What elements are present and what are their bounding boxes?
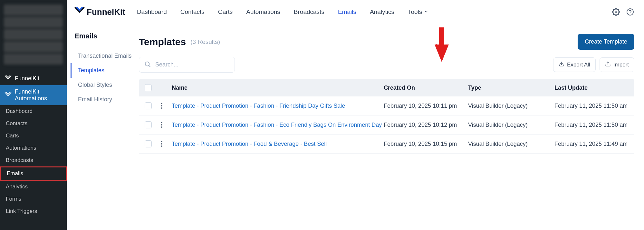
import-label: Import: [613, 62, 629, 68]
kebab-icon[interactable]: [159, 122, 164, 128]
content: Templates (3 Results) Create Template: [139, 24, 644, 230]
side-nav-transactional-emails[interactable]: Transactional Emails: [71, 49, 136, 63]
created-cell: February 10, 2025 10:15 pm: [384, 141, 468, 147]
table-row: Template - Product Promotion - Food & Be…: [139, 135, 634, 154]
wp-menu-funnelkit-automations[interactable]: FunnelKit Automations: [0, 85, 67, 105]
table-row: Template - Product Promotion - Fashion -…: [139, 96, 634, 115]
brand-logo[interactable]: FunnelKit: [74, 6, 125, 18]
page-title: Templates: [139, 36, 186, 47]
wp-blur-item: [4, 29, 63, 40]
brand-icon: [74, 6, 85, 18]
wp-blur-section: [0, 0, 67, 69]
nav-broadcasts[interactable]: Broadcasts: [294, 8, 324, 15]
wp-blur-item: [4, 54, 63, 65]
export-label: Export All: [567, 62, 590, 68]
side-nav: Emails Transactional Emails Templates Gl…: [67, 24, 139, 230]
wp-menu-label: FunnelKit: [15, 75, 39, 82]
search-wrap: [139, 57, 235, 73]
th-type: Type: [468, 85, 554, 91]
created-cell: February 10, 2025 10:12 pm: [384, 122, 468, 128]
side-nav-global-styles[interactable]: Global Styles: [71, 78, 136, 92]
nav-carts[interactable]: Carts: [218, 8, 233, 15]
svg-line-5: [149, 65, 150, 67]
nav-items: Dashboard Contacts Carts Automations Bro…: [137, 8, 428, 15]
wp-submenu-analytics[interactable]: Analytics: [0, 181, 67, 193]
template-name-link[interactable]: Template - Product Promotion - Fashion -…: [170, 103, 384, 109]
th-name: Name: [170, 85, 384, 91]
template-name-link[interactable]: Template - Product Promotion - Food & Be…: [170, 141, 384, 147]
nav-automations[interactable]: Automations: [246, 8, 280, 15]
th-updated: Last Update: [554, 85, 629, 91]
wp-section: FunnelKit FunnelKit Automations Dashboar…: [0, 69, 67, 217]
select-all-checkbox[interactable]: [145, 84, 152, 91]
svg-point-1: [627, 9, 633, 15]
brand-text: FunnelKit: [87, 7, 125, 17]
wp-blur-item: [4, 5, 63, 15]
wp-submenu-automations[interactable]: Automations: [0, 142, 67, 154]
search-icon: [144, 61, 151, 69]
chevron-down-icon: [424, 8, 428, 15]
row-checkbox[interactable]: [145, 102, 152, 109]
updated-cell: February 11, 2025 11:49 am: [554, 141, 629, 147]
th-created: Created On: [384, 85, 468, 91]
type-cell: Visual Builder (Legacy): [468, 141, 554, 147]
content-header: Templates (3 Results) Create Template: [139, 34, 634, 50]
wp-menu-label: FunnelKit Automations: [15, 88, 62, 102]
template-name-link[interactable]: Template - Product Promotion - Fashion -…: [170, 122, 384, 128]
row-checkbox[interactable]: [145, 121, 152, 128]
nav-tools[interactable]: Tools: [408, 8, 428, 15]
side-nav-title: Emails: [74, 32, 136, 40]
table-header: Name Created On Type Last Update: [139, 79, 634, 96]
app-area: FunnelKit Dashboard Contacts Carts Autom…: [67, 0, 644, 230]
type-cell: Visual Builder (Legacy): [468, 122, 554, 128]
svg-point-0: [615, 11, 617, 13]
search-input[interactable]: [139, 57, 235, 73]
side-nav-templates[interactable]: Templates: [71, 63, 136, 78]
updated-cell: February 11, 2025 11:50 am: [554, 122, 629, 128]
wp-submenu-forms[interactable]: Forms: [0, 193, 67, 205]
side-nav-email-history[interactable]: Email History: [71, 92, 136, 107]
export-all-button[interactable]: Export All: [553, 57, 596, 72]
templates-table: Name Created On Type Last Update Templat…: [139, 79, 634, 154]
nav-emails[interactable]: Emails: [338, 8, 356, 15]
import-icon: [605, 61, 611, 68]
wp-blur-item: [4, 17, 63, 28]
help-icon[interactable]: [626, 8, 634, 16]
create-template-button[interactable]: Create Template: [578, 34, 634, 50]
wp-admin-sidebar: FunnelKit FunnelKit Automations Dashboar…: [0, 0, 67, 230]
kebab-icon[interactable]: [159, 103, 164, 109]
wp-submenu-contacts[interactable]: Contacts: [0, 117, 67, 130]
type-cell: Visual Builder (Legacy): [468, 103, 554, 109]
wp-blur-item: [4, 41, 63, 52]
nav-contacts[interactable]: Contacts: [180, 8, 205, 15]
funnelkit-icon: [5, 75, 12, 82]
results-count: (3 Results): [190, 38, 220, 45]
wp-submenu-broadcasts[interactable]: Broadcasts: [0, 154, 67, 166]
wp-submenu-dashboard[interactable]: Dashboard: [0, 105, 67, 117]
table-row: Template - Product Promotion - Fashion -…: [139, 115, 634, 135]
wp-submenu-emails[interactable]: Emails: [0, 166, 67, 181]
created-cell: February 10, 2025 10:11 pm: [384, 103, 468, 109]
wp-submenu-link-triggers[interactable]: Link Triggers: [0, 205, 67, 217]
import-button[interactable]: Import: [600, 57, 634, 72]
wp-submenu-carts[interactable]: Carts: [0, 130, 67, 142]
toolbar-row: Export All Import: [139, 57, 634, 73]
nav-dashboard[interactable]: Dashboard: [137, 8, 167, 15]
row-checkbox[interactable]: [145, 140, 152, 147]
top-nav: FunnelKit Dashboard Contacts Carts Autom…: [67, 0, 644, 24]
funnelkit-icon: [5, 92, 12, 99]
nav-analytics[interactable]: Analytics: [370, 8, 394, 15]
body-row: Emails Transactional Emails Templates Gl…: [67, 24, 644, 230]
export-icon: [559, 61, 564, 68]
updated-cell: February 11, 2025 11:50 am: [554, 103, 629, 109]
svg-point-4: [145, 62, 149, 66]
kebab-icon[interactable]: [159, 141, 164, 147]
settings-icon[interactable]: [612, 8, 620, 16]
wp-menu-funnelkit[interactable]: FunnelKit: [0, 72, 67, 85]
